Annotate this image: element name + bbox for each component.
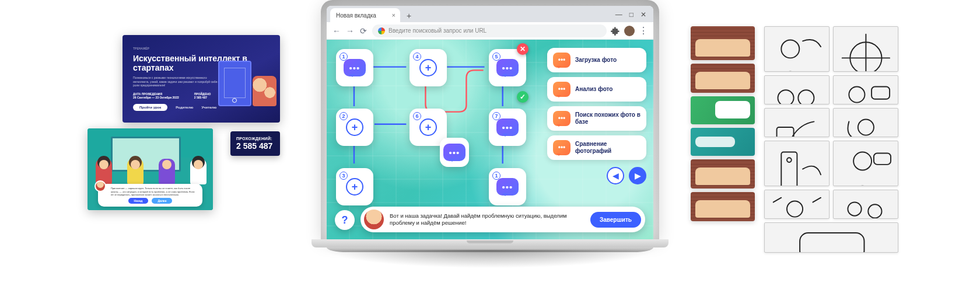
tab-close-icon[interactable]: × [392,12,396,19]
profile-avatar[interactable] [624,26,635,36]
tab-title: Новая вкладка [336,12,376,19]
svg-point-5 [798,90,814,104]
chat-icon [553,53,570,68]
svg-point-4 [778,90,793,104]
comic-panel [691,159,755,189]
nav-forward-icon[interactable]: → [345,26,355,36]
svg-point-12 [787,158,792,162]
svg-point-6 [849,86,864,102]
svg-rect-7 [872,86,890,99]
sketch-panel [833,141,898,186]
flow-node-4[interactable]: 4+ [410,49,447,86]
marker-success-icon: ✓ [517,91,528,103]
sketch-panel [764,75,830,104]
comic-panel [691,26,755,60]
flow-node-1[interactable]: 1 [336,49,373,86]
google-icon [378,27,385,34]
counter-card: ПРОХОЖДЕНИЙ: 2 585 487 [230,131,280,156]
browser-tabstrip: Новая вкладка × + — □ ✕ [327,6,653,22]
prompt-text: Вот и наша задачка! Давай найдём проблем… [390,212,584,226]
window-close-icon[interactable]: ✕ [640,11,646,19]
sketch-panel [833,190,898,219]
option-item[interactable]: Анализ фото [547,77,646,102]
hero-card: ТРЕНАЖЁР Искусственный интеллект в старт… [123,35,280,123]
panel-next-button[interactable]: ▶ [629,167,646,184]
sketch-panel-wide [764,222,898,253]
svg-point-10 [858,119,873,135]
flow-node-1b[interactable]: 1 [489,168,526,205]
flow-canvas[interactable]: 1 2+ 3+ 4+ 6+ 5 7 1 ✕ ✓ [332,46,537,197]
marker-error-icon: ✕ [517,43,528,55]
browser-toolbar: ← → ⟳ Введите поисковый запрос или URL ⋮ [327,22,653,40]
nav-back-icon[interactable]: ← [332,26,341,36]
hero-link-parent[interactable]: Родителю [176,106,193,109]
comic-panel [691,64,755,93]
svg-point-13 [853,152,872,170]
omnibox-placeholder: Введите поисковый запрос или URL [388,27,487,34]
hero-blurb: Познакомься с разными технологиями искус… [133,76,220,88]
options-panel: Загрузка фото Анализ фото Поиск похожих … [547,48,646,184]
panel-prev-button[interactable]: ◀ [607,167,624,184]
window-maximize-icon[interactable]: □ [629,11,634,19]
svg-point-17 [868,204,881,218]
prompt-bar: Вот и наша задачка! Давай найдём проблем… [360,207,645,232]
comic-panel [691,128,755,156]
flow-node-hint[interactable] [440,138,469,167]
dialog-back-button[interactable]: Назад [128,198,149,204]
window-minimize-icon[interactable]: — [615,11,622,19]
browser-menu-icon[interactable]: ⋮ [639,26,648,36]
chat-icon [553,82,570,97]
comic-panel [691,192,755,221]
chat-icon [553,140,570,155]
finish-button[interactable]: Завершить [590,212,641,228]
hero-link-teacher[interactable]: Учителю [201,106,216,109]
hero-tag: ТРЕНАЖЁР [133,47,270,50]
dialog-text: Приложение — хорошая идея. Только если в… [103,187,198,196]
sketch-panel [764,108,830,137]
counter-label: ПРОХОЖДЕНИЙ: [236,137,274,141]
dialog-next-button[interactable]: Далее [152,198,172,204]
hero-illustration [218,54,276,106]
flow-node-3[interactable]: 3+ [336,168,373,205]
extensions-icon[interactable] [611,26,620,36]
sketch-panel [764,26,830,72]
help-button[interactable]: ? [335,210,355,230]
svg-rect-18 [800,233,864,253]
dialog-bubble: Приложение — хорошая идея. Только если в… [98,184,202,207]
omnibox[interactable]: Введите поисковый запрос или URL [372,25,607,37]
flow-node-2[interactable]: 2+ [336,109,373,146]
option-item[interactable]: Загрузка фото [547,48,646,72]
nav-reload-icon[interactable]: ⟳ [359,26,368,36]
sketch-panel [764,190,830,219]
svg-point-16 [848,202,861,215]
sketch-panel [833,108,898,137]
sketch-panel [833,26,898,72]
mentor-avatar-icon [364,210,384,229]
storyboard-cluster [691,26,898,253]
counter-value: 2 585 487 [236,141,274,151]
svg-rect-8 [776,127,793,137]
chat-icon [553,111,570,126]
sketch-grid [764,26,898,253]
comic-color-column [691,26,755,253]
option-item[interactable]: Поиск похожих фото в базе [547,106,646,131]
browser-tab[interactable]: Новая вкладка × [330,8,400,22]
sketch-panel [764,141,830,186]
new-tab-button[interactable]: + [402,9,415,22]
flow-node-7[interactable]: 7 [489,109,526,146]
classroom-card: Приложение — хорошая идея. Только если в… [88,128,213,210]
sketch-panel [833,75,898,104]
svg-point-15 [787,201,803,217]
option-item[interactable]: Сравнение фотографий [547,135,646,160]
students-illustration [96,156,206,184]
svg-rect-14 [874,153,891,164]
laptop-mockup: Новая вкладка × + — □ ✕ ← → ⟳ Введите по… [309,0,671,270]
game-viewport: 1 2+ 3+ 4+ 6+ 5 7 1 ✕ ✓ Загрузка фото Ан… [327,40,653,239]
comic-panel [691,96,755,124]
hero-cta-button[interactable]: Пройти урок [133,104,167,111]
svg-point-0 [781,40,799,58]
